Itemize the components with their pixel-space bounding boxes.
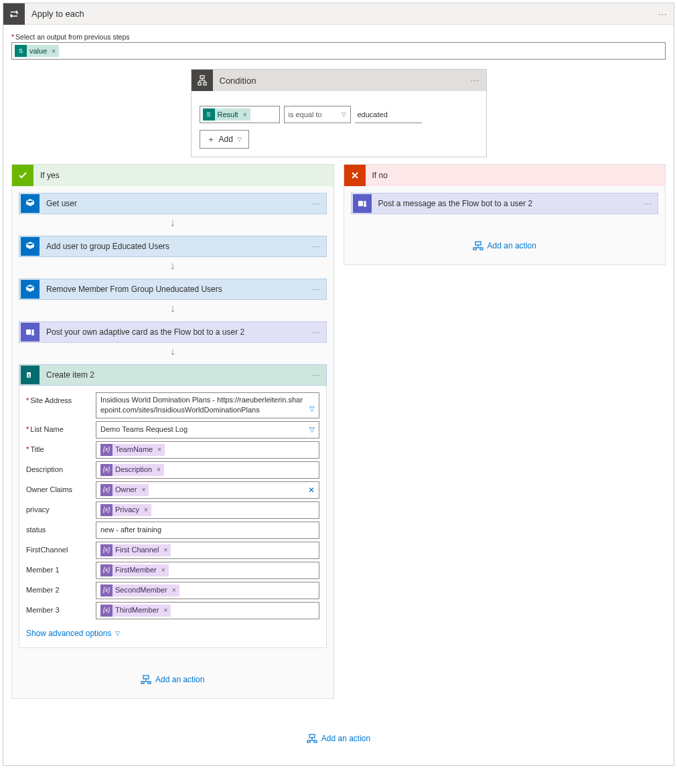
no-add-action[interactable]: Add an action — [344, 241, 666, 252]
condition-card: Condition ··· S Result × is equal to ▽ e… — [191, 69, 487, 157]
description-token[interactable]: {x}Description× — [100, 464, 164, 476]
azure-ad-icon — [21, 280, 40, 299]
apply-to-each-container: Apply to each ··· Select an output from … — [3, 3, 674, 766]
show-advanced-link[interactable]: Show advanced options ▽ — [26, 629, 120, 638]
sharepoint-icon: S — [21, 366, 40, 384]
svg-point-4 — [31, 329, 34, 332]
status-field[interactable]: new - after training — [96, 522, 319, 539]
select-output-label: Select an output from previous steps — [11, 33, 666, 41]
fx-icon: {x} — [100, 605, 112, 617]
site-address-field[interactable]: Insidious World Domination Plans - https… — [96, 392, 319, 418]
privacy-label: privacy — [26, 501, 90, 514]
thirdmember-token[interactable]: {x}ThirdMember× — [100, 605, 171, 617]
post-message-step[interactable]: Post a message as the Flow bot to a user… — [351, 193, 659, 214]
owner-token[interactable]: {x}Owner× — [100, 484, 149, 496]
chevron-down-icon[interactable]: ▽ — [309, 404, 315, 414]
secondmember-token[interactable]: {x}SecondMember× — [100, 584, 179, 597]
chevron-down-icon[interactable]: ▽ — [309, 425, 315, 435]
create-item-form: Site Address Insidious World Domination … — [19, 386, 327, 648]
teams-icon — [353, 194, 372, 213]
loop-icon — [3, 3, 25, 25]
remove-token-icon[interactable]: × — [139, 485, 147, 495]
fx-icon: {x} — [100, 504, 112, 516]
close-icon — [344, 165, 366, 186]
condition-right-operand[interactable]: educated — [355, 106, 422, 123]
add-action-icon — [473, 241, 483, 250]
step-menu[interactable]: ··· — [639, 200, 658, 208]
list-name-field[interactable]: Demo Teams Request Log ▽ — [96, 421, 319, 439]
if-no-branch: If no Post a message as the Flow bot to … — [344, 164, 666, 265]
chevron-down-icon: ▽ — [115, 630, 120, 637]
title-label: Title — [26, 441, 90, 453]
more-menu[interactable]: ··· — [652, 9, 674, 19]
fx-icon: {x} — [100, 444, 112, 456]
post-adaptive-card-step[interactable]: Post your own adaptive card as the Flow … — [19, 321, 327, 343]
remove-token-icon[interactable]: × — [155, 445, 163, 455]
member2-field[interactable]: {x}SecondMember× — [96, 582, 319, 599]
privacy-field[interactable]: {x}Privacy× — [96, 501, 319, 519]
description-field[interactable]: {x}Description× — [96, 461, 319, 479]
step-menu[interactable]: ··· — [307, 200, 326, 208]
add-action-icon — [307, 734, 317, 743]
chevron-down-icon: ▽ — [237, 136, 242, 143]
member3-field[interactable]: {x}ThirdMember× — [96, 602, 319, 619]
condition-left-operand[interactable]: S Result × — [200, 106, 280, 123]
svg-rect-16 — [480, 248, 483, 250]
svg-point-12 — [364, 201, 366, 204]
owner-field[interactable]: {x}Owner× ✕ — [96, 481, 319, 499]
arrow-down-icon: ↓ — [12, 345, 333, 358]
owner-label: Owner Claims — [26, 481, 90, 493]
member1-field[interactable]: {x}FirstMember× — [96, 562, 319, 579]
condition-icon — [192, 70, 213, 91]
step-menu[interactable]: ··· — [307, 242, 326, 250]
remove-token-icon[interactable]: × — [161, 546, 169, 555]
select-output-field[interactable]: S value × — [11, 42, 666, 60]
condition-add-button[interactable]: ＋ Add ▽ — [200, 130, 249, 149]
azure-ad-icon — [21, 194, 40, 213]
firstmember-token[interactable]: {x}FirstMember× — [100, 564, 169, 576]
remove-token-icon[interactable]: × — [170, 586, 178, 595]
description-label: Description — [26, 461, 90, 473]
apply-to-each-title: Apply to each — [25, 9, 652, 19]
fx-icon: {x} — [100, 564, 112, 576]
remove-token-icon[interactable]: × — [155, 465, 163, 475]
apply-to-each-header[interactable]: Apply to each ··· — [3, 3, 674, 25]
result-token[interactable]: S Result × — [203, 108, 250, 121]
svg-rect-3 — [26, 329, 31, 335]
step-menu[interactable]: ··· — [307, 371, 326, 379]
add-user-group-step[interactable]: Add user to group Educated Users ··· — [19, 236, 327, 257]
svg-rect-2 — [204, 82, 206, 85]
teamname-token[interactable]: {x}TeamName× — [100, 444, 165, 456]
get-user-step[interactable]: Get user ··· — [19, 193, 327, 214]
if-yes-header: If yes — [12, 165, 333, 186]
value-token[interactable]: S value × — [15, 45, 59, 57]
chevron-down-icon: ▽ — [342, 111, 346, 118]
clear-field-icon[interactable]: ✕ — [308, 484, 315, 495]
condition-menu[interactable]: ··· — [465, 76, 486, 85]
condition-header[interactable]: Condition ··· — [192, 70, 486, 91]
condition-operator-select[interactable]: is equal to ▽ — [284, 106, 351, 123]
arrow-down-icon: ↓ — [12, 303, 333, 315]
svg-text:S: S — [27, 374, 30, 378]
firstchannel-token[interactable]: {x}First Channel× — [100, 544, 171, 556]
first-channel-field[interactable]: {x}First Channel× — [96, 542, 319, 559]
list-name-label: List Name — [26, 421, 90, 433]
svg-rect-14 — [475, 242, 481, 245]
title-field[interactable]: {x}TeamName× — [96, 441, 319, 459]
create-item-step-header[interactable]: S Create item 2 ··· — [19, 364, 327, 386]
remove-token-icon[interactable]: × — [161, 606, 169, 615]
privacy-token[interactable]: {x}Privacy× — [100, 504, 151, 516]
yes-add-action[interactable]: Add an action — [12, 675, 333, 686]
sharepoint-icon: S — [203, 108, 215, 121]
step-menu[interactable]: ··· — [307, 328, 326, 336]
status-label: status — [26, 522, 90, 534]
remove-token-icon[interactable]: × — [159, 566, 167, 575]
remove-token-icon[interactable]: × — [142, 505, 150, 515]
step-menu[interactable]: ··· — [307, 285, 326, 293]
outer-add-action[interactable]: Add an action — [3, 734, 674, 745]
add-action-icon — [141, 675, 151, 684]
member2-label: Member 2 — [26, 582, 90, 594]
remove-token-icon[interactable]: × — [241, 111, 249, 119]
remove-token-icon[interactable]: × — [50, 48, 58, 55]
remove-member-group-step[interactable]: Remove Member From Group Uneducated User… — [19, 279, 327, 300]
